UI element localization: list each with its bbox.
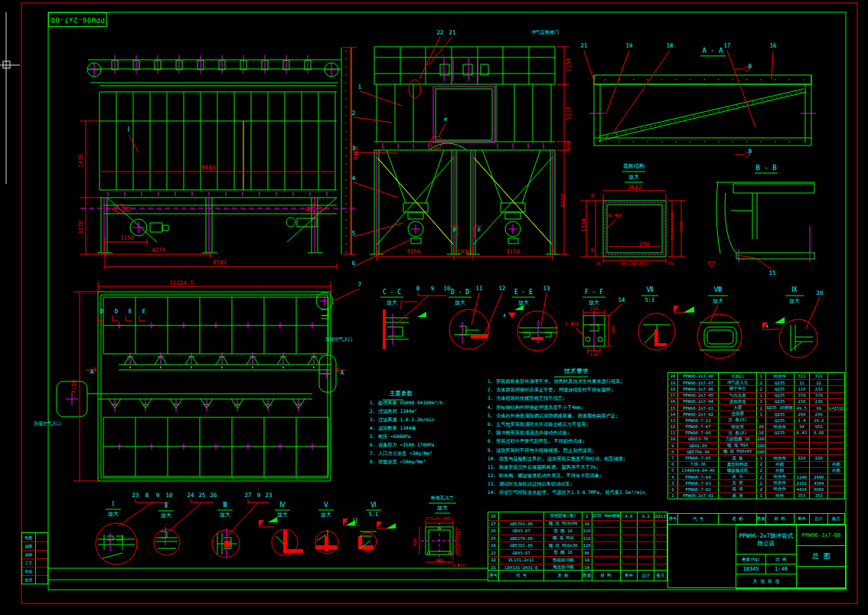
magnify-dd: 放大 — [455, 300, 465, 306]
bom-main-cell: PPW96-7-11 — [677, 417, 719, 423]
bom-main-cell: 8868 — [809, 486, 827, 492]
bom-main-cell: 5 — [668, 468, 677, 473]
drawing-title: PPW96-2x7脉冲袋式除尘器 — [736, 525, 797, 554]
bom-main-cell: Q235 — [765, 393, 794, 398]
bom-main-header-cell: 单件 — [794, 514, 810, 524]
bom-main-cell: 19 — [668, 380, 677, 385]
detail4-title: Ⅳ — [279, 502, 285, 509]
bom-main-cell: 星型卸料器 — [718, 462, 756, 467]
bom-main-cell: PPW96-7-06 — [677, 430, 719, 436]
bom-main-cell: 16 — [668, 399, 677, 404]
view-title-EE: E - E — [514, 290, 533, 296]
bom-main-cell: 1 — [668, 493, 677, 499]
corner-row: 描图 — [22, 541, 47, 550]
bom-aux-cell: 96 — [582, 550, 592, 557]
bom-main-cell: Q235 16槽钢 — [765, 405, 794, 411]
dim-4271: 4271 — [152, 247, 165, 254]
callout-9b: 9 — [156, 492, 160, 499]
bom-aux-cell: 9.2 — [637, 512, 654, 520]
weight-label: 重量(Kg) — [736, 554, 766, 564]
bom-main-header-cell: 备注 — [827, 514, 844, 524]
callout-15: 15 — [768, 270, 775, 276]
bom-main-cell: 11 — [794, 380, 810, 385]
bom-main-cell: 108 — [756, 437, 765, 442]
detail-marker-1: Ⅰ — [128, 127, 129, 133]
callout-11: 11 — [475, 286, 482, 292]
corner-cell — [35, 576, 47, 584]
bom-aux-header-cell: 代 号 — [498, 571, 543, 581]
bom-aux-cell: 电磁脉冲阀 — [543, 557, 582, 564]
bom-aux-row: 27GB5781-86螺 栓 M10x4016 — [488, 520, 667, 528]
bom-main-cell: 11 — [668, 430, 677, 436]
bom-main-cell: 1 — [756, 373, 765, 379]
dim-1476: 1476 — [78, 154, 84, 168]
callout-23b: 23 — [265, 492, 272, 499]
bom-main-cell: L=2312 — [827, 405, 844, 411]
parameters-list: 主要参数 1. 处理风量 85000-94100m³/h2. 过滤面积 1344… — [370, 391, 485, 468]
view-section-AA — [584, 51, 816, 158]
bom-main-header-cell: 材 料 — [765, 514, 794, 524]
bom-main-cell: 组合件 — [765, 455, 794, 460]
bom-main-cell — [827, 393, 844, 398]
technical-requirements: 技术要求 1. 安装前将各部件清理干净, 按图样及技术文件要求进行组装;2. 壳… — [488, 368, 667, 499]
bom-main-cell: 喷吹管 — [718, 424, 756, 430]
corner-cell: 制图 — [22, 533, 35, 541]
list-item: 6. 设备阻力 <1500-1700Pa — [370, 443, 485, 451]
bom-aux-cell: 116 — [582, 535, 592, 542]
tech-req-title: 技术要求 — [564, 368, 667, 375]
bom-main-cell: 2 — [756, 380, 765, 385]
magnify-1: 放大 — [108, 512, 119, 517]
bom-main-header-row: 序号代 号名 称数量材 料单件总计备注 — [668, 514, 844, 524]
sheet-name: 总 图 — [796, 545, 847, 567]
bom-main-cell: 2 — [756, 462, 765, 467]
view-title-FF: F - F — [585, 290, 603, 296]
bom-main-row: 9GB41-86螺 母 M16108 — [668, 442, 844, 448]
bom-aux-cell: 2 — [582, 512, 592, 520]
drawing-number: PPW96-2x7-00 — [796, 525, 847, 546]
bom-main-cell: 组合件 — [765, 486, 794, 492]
bom-main-cell: 支 架 — [718, 480, 756, 486]
dim-24x100: 24x100=2411 — [621, 262, 648, 267]
bom-main-cell: 外购 — [765, 462, 794, 467]
bom-aux-cell: GB93-87 — [498, 528, 543, 535]
dim-7150: 7150 — [71, 380, 77, 394]
detail8-title: Ⅷ — [714, 287, 723, 293]
bom-aux-cell — [654, 528, 667, 535]
bom-aux-cell: 1182x110 — [654, 512, 667, 520]
callout-10: 10 — [443, 286, 450, 292]
bom-main-cell: LS400x4.04-40 — [677, 468, 719, 473]
bom-aux-cell: 14 — [582, 557, 592, 564]
bom-main-cell: 10 — [668, 437, 677, 442]
dim-21x100: 21x100=2100 — [671, 213, 675, 240]
marker-D2: D — [115, 309, 119, 315]
bom-main-header-cell: 数量 — [756, 514, 765, 524]
bom-main-row: 20PPW96-2x7-08出风口1组合件311311 — [668, 373, 844, 379]
bom-main-cell: 232 — [809, 386, 827, 391]
bom-main-cell: PPW96-2x7-07 — [677, 380, 719, 385]
callout-1: 1 — [358, 84, 362, 90]
bom-main-row: 7PPW96-7-05花 板1组合件220220 — [668, 454, 844, 460]
callout-13: 13 — [543, 286, 550, 292]
list-item: 1. 处理风量 85000-94100m³/h — [370, 401, 485, 409]
bom-aux-cell — [620, 550, 638, 557]
bom-aux-header-cell: 材 料 — [592, 571, 620, 581]
bom-main-row: 4PPW96-7-04灰 斗2组合件12402480 — [668, 473, 844, 479]
bom-main-cell: 1 — [756, 493, 765, 499]
bom-main-cell: PPW96-2x7-04 — [677, 399, 719, 404]
bom-main-cell: 箱 体 — [718, 486, 756, 492]
bom-main-cell: 4364 — [809, 480, 827, 486]
bom-aux-cell — [592, 550, 620, 557]
list-item: 9. 滤袋安装时不得与尖锐物碰撞, 防止划伤滤袋; — [488, 448, 667, 456]
bom-main-cell: 15 — [668, 405, 677, 411]
bom-main-cell: PPW96-2x7-06 — [677, 386, 719, 391]
list-item: 2. 过滤面积 1344m² — [370, 409, 485, 417]
corner-cell — [35, 533, 47, 541]
cad-viewport[interactable]: PPW96-2x7-00 884314763270115042718541846… — [0, 0, 868, 615]
bom-aux-cell — [620, 542, 638, 549]
bom-aux-header-cell: 总计 — [637, 571, 654, 581]
bom-main-cell: 17 — [668, 393, 677, 398]
bom-aux-cell — [620, 557, 638, 564]
frame-title-text: PPW96-2x7-00 — [51, 16, 105, 24]
bom-aux-cell — [592, 535, 620, 542]
bom-main-cell: 2 — [756, 486, 765, 492]
